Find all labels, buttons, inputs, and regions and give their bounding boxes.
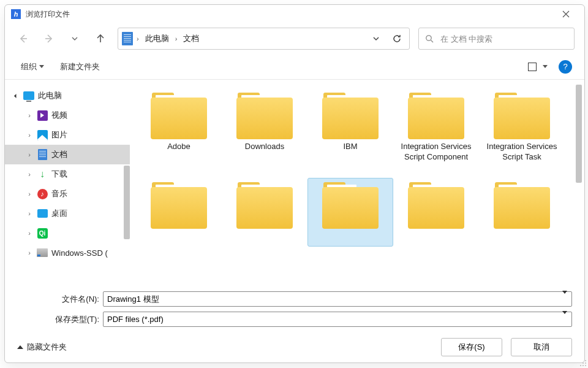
tree-label: 此电脑 <box>38 90 62 101</box>
new-folder-label: 新建文件夹 <box>60 61 100 72</box>
tree-item-pictures[interactable]: › 图片 <box>5 125 130 145</box>
svg-point-2 <box>585 362 586 364</box>
nav-forward-button[interactable] <box>40 30 58 47</box>
folder-item[interactable] <box>307 178 393 247</box>
folder-icon <box>405 182 467 231</box>
chevron-right-icon: › <box>137 35 139 42</box>
hide-folders-toggle[interactable]: 隐藏文件夹 <box>17 342 67 353</box>
expander-closed-icon[interactable]: › <box>26 171 33 178</box>
tree-item-windows-ssd[interactable]: › Windows-SSD ( <box>5 243 130 263</box>
folder-label: IBM <box>343 142 357 153</box>
navbar: › 此电脑 › 文档 <box>5 23 584 54</box>
address-bar[interactable]: › 此电脑 › 文档 <box>118 28 410 50</box>
search-box[interactable] <box>418 28 575 50</box>
folder-item[interactable] <box>136 178 222 247</box>
save-dialog: h 浏览打印文件 › 此电脑 › 文档 <box>4 4 585 363</box>
history-dropdown-button[interactable] <box>368 30 385 47</box>
nav-recent-button[interactable] <box>66 30 83 47</box>
document-icon <box>37 149 48 160</box>
caret-down-icon <box>39 65 44 68</box>
monitor-icon <box>23 90 34 101</box>
tree-root-this-pc[interactable]: 此电脑 <box>5 86 130 105</box>
close-icon <box>562 10 570 18</box>
folder-label: Adobe <box>167 142 190 153</box>
expander-closed-icon[interactable]: › <box>26 131 33 139</box>
expander-closed-icon[interactable]: › <box>26 249 33 256</box>
view-mode-button[interactable] <box>528 63 548 71</box>
filename-input[interactable] <box>103 291 572 307</box>
chevron-right-icon: › <box>175 35 178 42</box>
picture-icon <box>37 129 48 140</box>
arrow-up-icon <box>95 33 106 44</box>
expander-closed-icon[interactable]: › <box>26 190 33 197</box>
download-icon: ↓ <box>37 169 48 180</box>
svg-point-1 <box>585 360 586 361</box>
hide-folders-label: 隐藏文件夹 <box>27 342 67 353</box>
save-button[interactable]: 保存(S) <box>441 338 502 356</box>
app-icon: h <box>11 9 21 19</box>
tree-item-videos[interactable]: › 视频 <box>5 105 130 125</box>
body: 此电脑 › 视频 › 图片 › 文档 › ↓ 下载 <box>5 80 584 284</box>
expander-closed-icon[interactable]: › <box>26 112 33 119</box>
refresh-icon <box>392 34 402 44</box>
video-icon <box>37 110 48 121</box>
search-icon <box>425 34 434 44</box>
refresh-button[interactable] <box>388 30 405 47</box>
folder-label: Downloads <box>245 142 284 153</box>
organize-menu[interactable]: 组织 <box>21 61 44 72</box>
folder-item[interactable]: Adobe <box>136 88 222 167</box>
cancel-button[interactable]: 取消 <box>511 338 572 356</box>
folder-icon <box>491 93 552 142</box>
arrow-left-icon <box>18 33 29 44</box>
folder-item[interactable] <box>222 178 307 247</box>
nav-up-button[interactable] <box>92 30 109 47</box>
folder-item[interactable] <box>479 178 565 247</box>
expander-open-icon[interactable] <box>12 92 20 99</box>
svg-point-3 <box>585 365 586 366</box>
folder-item[interactable]: Integration Services Script Component <box>393 88 479 167</box>
drive-icon <box>37 247 48 258</box>
folder-icon <box>148 182 209 231</box>
expander-closed-icon[interactable]: › <box>26 151 33 158</box>
breadcrumb-root[interactable]: 此电脑 <box>143 32 172 45</box>
folder-item[interactable]: IBM <box>307 88 393 167</box>
folder-label: Integration Services Script Component <box>396 142 476 163</box>
close-button[interactable] <box>554 5 578 23</box>
content-scrollbar[interactable] <box>576 85 582 279</box>
filetype-select[interactable] <box>103 312 572 327</box>
folder-item[interactable]: Integration Services Script Task <box>479 88 565 167</box>
tree-label: 视频 <box>51 110 67 121</box>
search-input[interactable] <box>440 34 568 44</box>
folder-item[interactable] <box>393 178 479 247</box>
folder-label: Integration Services Script Task <box>482 142 562 163</box>
folder-icon <box>234 93 295 142</box>
tree-item-downloads[interactable]: › ↓ 下载 <box>5 164 130 184</box>
scrollbar-thumb[interactable] <box>576 85 582 183</box>
music-icon: ♪ <box>37 188 48 199</box>
svg-point-0 <box>426 35 431 40</box>
collapse-icon <box>17 345 23 349</box>
svg-point-6 <box>580 365 581 366</box>
filetype-label: 保存类型(T): <box>17 314 103 325</box>
tree-item-desktop[interactable]: › 桌面 <box>5 204 130 223</box>
folder-item[interactable]: Downloads <box>222 88 307 167</box>
arrow-right-icon <box>43 33 55 44</box>
folder-icon <box>405 93 467 142</box>
resize-grip-icon[interactable] <box>578 358 587 367</box>
titlebar: h 浏览打印文件 <box>5 5 584 23</box>
expander-closed-icon[interactable]: › <box>26 229 33 237</box>
nav-back-button[interactable] <box>15 30 32 47</box>
help-button[interactable]: ? <box>559 60 572 74</box>
tree-item-iqiyi[interactable]: › Qi <box>5 223 130 243</box>
content-pane: Adobe Downloads IBM Integration Services… <box>130 80 584 284</box>
expander-closed-icon[interactable]: › <box>26 210 33 217</box>
tree-item-music[interactable]: › ♪ 音乐 <box>5 184 130 204</box>
breadcrumb-current[interactable]: 文档 <box>181 32 202 45</box>
svg-point-4 <box>582 362 584 364</box>
layout-icon <box>528 63 537 71</box>
sidebar-scrollbar[interactable] <box>124 166 130 239</box>
tree-item-documents[interactable]: › 文档 <box>5 145 130 164</box>
new-folder-button[interactable]: 新建文件夹 <box>60 61 100 72</box>
folder-icon <box>320 182 381 231</box>
save-form: 文件名(N): 保存类型(T): <box>5 284 584 332</box>
